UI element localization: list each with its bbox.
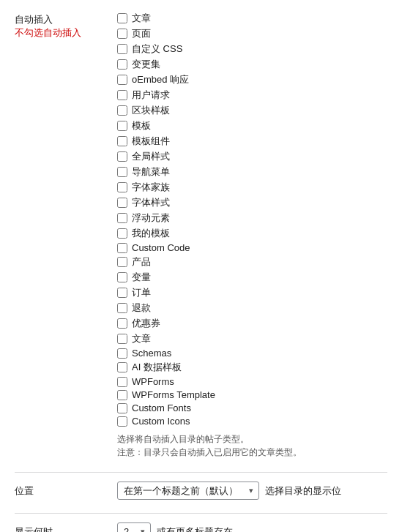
- checkbox-cb_article2[interactable]: [117, 334, 127, 344]
- checkbox-cb_article[interactable]: [117, 13, 127, 23]
- checkbox-label-cb_page: 页面: [132, 27, 151, 40]
- checkbox-item: 变量: [117, 271, 302, 284]
- checkbox-cb_floating_element[interactable]: [117, 213, 127, 223]
- position-select-wrapper: 在第一个标题之前（默认） ▾: [117, 482, 259, 500]
- checkbox-item: 订单: [117, 286, 302, 299]
- checkbox-cb_user_request[interactable]: [117, 90, 127, 100]
- checkbox-item: 浮动元素: [117, 211, 302, 225]
- checkbox-label-cb_changeset: 变更集: [132, 58, 160, 71]
- position-section: 位置 在第一个标题之前（默认） ▾ 选择目录的显示位: [0, 482, 402, 500]
- checkbox-cb_changeset[interactable]: [117, 59, 127, 70]
- checkbox-cb_order[interactable]: [117, 288, 127, 298]
- checkbox-cb_ai_data[interactable]: [117, 362, 127, 372]
- checkbox-label-cb_nav_menu: 导航菜单: [132, 165, 170, 179]
- checkbox-label-cb_font_style: 字体样式: [132, 196, 170, 209]
- checkbox-label-cb_user_request: 用户请求: [132, 89, 170, 102]
- checkbox-item: 文章: [117, 332, 302, 345]
- hint-line2: 注意：目录只会自动插入已启用它的文章类型。: [117, 446, 302, 459]
- checkbox-cb_schemas[interactable]: [117, 348, 127, 359]
- checkbox-cb_template_component[interactable]: [117, 136, 127, 146]
- checkbox-cb_custom_fonts[interactable]: [117, 403, 127, 413]
- checkbox-label-cb_variable: 变量: [132, 271, 151, 284]
- display-when-controls: 2 ▾ 或有更多标题存在: [117, 522, 233, 532]
- checkbox-item: 页面: [117, 27, 302, 40]
- checkbox-label-cb_wpforms: WPForms: [132, 376, 174, 387]
- display-when-after-text: 或有更多标题存在: [157, 525, 233, 533]
- checkbox-item: 自定义 CSS: [117, 42, 302, 56]
- checkbox-cb_font_family[interactable]: [117, 182, 127, 192]
- checkbox-cb_oembed[interactable]: [117, 75, 127, 85]
- checkbox-label-cb_floating_element: 浮动元素: [132, 211, 170, 225]
- checkbox-cb_refund[interactable]: [117, 303, 127, 313]
- checkbox-label-cb_custom_fonts: Custom Fonts: [132, 402, 191, 413]
- position-select[interactable]: 在第一个标题之前（默认）: [117, 482, 259, 500]
- warning-text: 不勾选自动插入: [15, 27, 81, 38]
- checkbox-cb_block_template[interactable]: [117, 105, 127, 116]
- checkbox-label-cb_schemas: Schemas: [132, 348, 171, 359]
- checkbox-item: Schemas: [117, 348, 302, 359]
- checkbox-label-cb_article2: 文章: [132, 332, 151, 345]
- checkbox-cb_template[interactable]: [117, 121, 127, 131]
- checkbox-label-cb_custom_css: 自定义 CSS: [132, 42, 182, 56]
- position-after-text: 选择目录的显示位: [265, 484, 341, 498]
- checkbox-item: 产品: [117, 255, 302, 269]
- checkbox-item: WPForms Template: [117, 389, 302, 400]
- checkbox-label-cb_global_styles: 全局样式: [132, 150, 170, 163]
- checkbox-cb_coupon[interactable]: [117, 318, 127, 329]
- checkbox-item: 变更集: [117, 58, 302, 71]
- checkbox-cb_wpforms[interactable]: [117, 377, 127, 387]
- checkbox-item: 区块样板: [117, 104, 302, 117]
- checkbox-item: 用户请求: [117, 89, 302, 102]
- checkbox-item: 模板: [117, 119, 302, 132]
- checkbox-label-cb_refund: 退款: [132, 301, 151, 315]
- divider1: [15, 472, 387, 473]
- display-when-label: 显示何时: [15, 525, 117, 533]
- checkbox-cb_page[interactable]: [117, 29, 127, 39]
- checkbox-cb_font_style[interactable]: [117, 198, 127, 208]
- position-controls: 在第一个标题之前（默认） ▾ 选择目录的显示位: [117, 482, 341, 500]
- display-when-section: 显示何时 2 ▾ 或有更多标题存在: [0, 522, 402, 532]
- checkbox-item: 我的模板: [117, 227, 302, 240]
- checkbox-label-cb_wpforms_template: WPForms Template: [132, 389, 215, 400]
- checkbox-item: 模板组件: [117, 135, 302, 148]
- checkbox-label-cb_article: 文章: [132, 12, 151, 25]
- display-when-select[interactable]: 2: [117, 522, 151, 532]
- checkbox-item: Custom Fonts: [117, 402, 302, 413]
- checkbox-cb_my_template[interactable]: [117, 228, 127, 239]
- checkbox-item: 文章: [117, 12, 302, 25]
- checkbox-item: 优惠券: [117, 317, 302, 330]
- checkbox-cb_custom_icons[interactable]: [117, 416, 127, 427]
- checkbox-cb_product[interactable]: [117, 257, 127, 267]
- checkbox-item: 字体家族: [117, 181, 302, 194]
- checkbox-list: 文章页面自定义 CSS变更集oEmbed 响应用户请求区块样板模板模板组件全局样…: [117, 12, 302, 427]
- checkbox-label-cb_my_template: 我的模板: [132, 227, 170, 240]
- checkbox-label-cb_coupon: 优惠券: [132, 317, 160, 330]
- checkbox-item: WPForms: [117, 376, 302, 387]
- checkbox-cb_nav_menu[interactable]: [117, 167, 127, 177]
- checkbox-item: AI 数据样板: [117, 361, 302, 374]
- checkbox-label-cb_font_family: 字体家族: [132, 181, 170, 194]
- hint-text: 选择将自动插入目录的帖子类型。 注意：目录只会自动插入已启用它的文章类型。: [117, 432, 302, 459]
- checkbox-item: 退款: [117, 301, 302, 315]
- section-title: 自动插入: [15, 14, 53, 25]
- checkbox-cb_custom_css[interactable]: [117, 44, 127, 54]
- checkbox-label-cb_block_template: 区块样板: [132, 104, 170, 117]
- checkbox-item: oEmbed 响应: [117, 73, 302, 86]
- checkbox-cb_global_styles[interactable]: [117, 151, 127, 162]
- checkbox-item: 导航菜单: [117, 165, 302, 179]
- auto-insert-section: 自动插入 不勾选自动插入 文章页面自定义 CSS变更集oEmbed 响应用户请求…: [0, 12, 402, 459]
- checkbox-item: 全局样式: [117, 150, 302, 163]
- checkbox-label-cb_custom_code: Custom Code: [132, 242, 190, 253]
- checkbox-list-container: 文章页面自定义 CSS变更集oEmbed 响应用户请求区块样板模板模板组件全局样…: [117, 12, 302, 459]
- checkbox-cb_variable[interactable]: [117, 272, 127, 282]
- checkbox-label-cb_template: 模板: [132, 119, 151, 132]
- checkbox-label-cb_order: 订单: [132, 286, 151, 299]
- position-label: 位置: [15, 484, 117, 498]
- checkbox-item: 字体样式: [117, 196, 302, 209]
- checkbox-cb_custom_code[interactable]: [117, 243, 127, 253]
- checkbox-label-cb_custom_icons: Custom Icons: [132, 416, 190, 427]
- divider2: [15, 513, 387, 514]
- hint-line1: 选择将自动插入目录的帖子类型。: [117, 432, 302, 446]
- checkbox-item: Custom Icons: [117, 416, 302, 427]
- checkbox-cb_wpforms_template[interactable]: [117, 390, 127, 400]
